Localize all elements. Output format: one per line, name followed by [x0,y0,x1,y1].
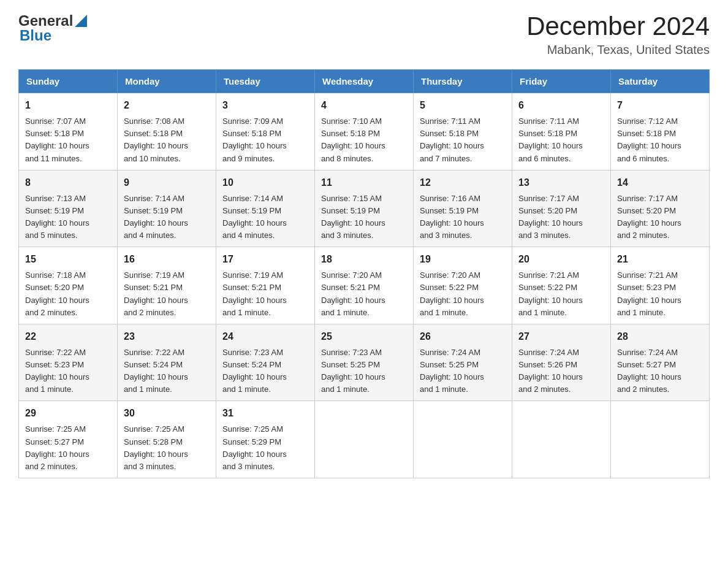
day-info: Sunrise: 7:22 AMSunset: 5:24 PMDaylight:… [124,347,210,396]
day-cell: 12Sunrise: 7:16 AMSunset: 5:19 PMDayligh… [414,170,512,247]
day-info: Sunrise: 7:19 AMSunset: 5:21 PMDaylight:… [222,269,308,319]
day-cell: 1Sunrise: 7:07 AMSunset: 5:18 PMDaylight… [19,93,118,170]
day-number: 27 [518,329,604,344]
day-cell: 24Sunrise: 7:23 AMSunset: 5:24 PMDayligh… [216,324,315,401]
day-number: 17 [222,252,308,267]
day-cell [512,401,611,478]
day-cell: 6Sunrise: 7:11 AMSunset: 5:18 PMDaylight… [512,93,611,170]
day-number: 3 [222,98,308,113]
day-number: 8 [25,175,111,190]
day-cell: 9Sunrise: 7:14 AMSunset: 5:19 PMDaylight… [118,170,216,247]
logo-blue-text: Blue [20,27,51,44]
day-info: Sunrise: 7:11 AMSunset: 5:18 PMDaylight:… [420,115,506,165]
day-number: 22 [25,329,111,344]
day-cell: 26Sunrise: 7:24 AMSunset: 5:25 PMDayligh… [414,324,512,401]
day-info: Sunrise: 7:20 AMSunset: 5:22 PMDaylight:… [420,269,506,319]
day-info: Sunrise: 7:18 AMSunset: 5:20 PMDaylight:… [25,269,111,319]
day-number: 18 [321,252,407,267]
day-info: Sunrise: 7:24 AMSunset: 5:26 PMDaylight:… [518,347,604,396]
day-number: 1 [25,98,111,113]
header-cell-sunday: Sunday [19,70,118,93]
day-number: 4 [321,98,407,113]
day-cell: 21Sunrise: 7:21 AMSunset: 5:23 PMDayligh… [611,247,710,324]
day-cell: 27Sunrise: 7:24 AMSunset: 5:26 PMDayligh… [512,324,611,401]
header-cell-monday: Monday [118,70,216,93]
header-cell-friday: Friday [512,70,611,93]
week-row-4: 22Sunrise: 7:22 AMSunset: 5:23 PMDayligh… [19,324,710,401]
location-text: Mabank, Texas, United States [526,43,710,57]
day-info: Sunrise: 7:17 AMSunset: 5:20 PMDaylight:… [617,193,703,242]
day-number: 20 [518,252,604,267]
day-info: Sunrise: 7:23 AMSunset: 5:25 PMDaylight:… [321,347,407,396]
day-number: 16 [124,252,210,267]
day-info: Sunrise: 7:25 AMSunset: 5:29 PMDaylight:… [222,423,308,473]
day-info: Sunrise: 7:10 AMSunset: 5:18 PMDaylight:… [321,115,407,165]
day-number: 7 [617,98,703,113]
day-info: Sunrise: 7:17 AMSunset: 5:20 PMDaylight:… [518,193,604,242]
day-cell: 17Sunrise: 7:19 AMSunset: 5:21 PMDayligh… [216,247,315,324]
day-cell: 25Sunrise: 7:23 AMSunset: 5:25 PMDayligh… [315,324,414,401]
day-info: Sunrise: 7:09 AMSunset: 5:18 PMDaylight:… [222,115,308,165]
day-cell [315,401,414,478]
day-cell: 3Sunrise: 7:09 AMSunset: 5:18 PMDaylight… [216,93,315,170]
day-info: Sunrise: 7:08 AMSunset: 5:18 PMDaylight:… [124,115,210,165]
day-info: Sunrise: 7:11 AMSunset: 5:18 PMDaylight:… [518,115,604,165]
day-number: 15 [25,252,111,267]
day-number: 30 [124,406,210,421]
day-info: Sunrise: 7:07 AMSunset: 5:18 PMDaylight:… [25,115,111,165]
day-cell: 29Sunrise: 7:25 AMSunset: 5:27 PMDayligh… [19,401,118,478]
calendar-table: SundayMondayTuesdayWednesdayThursdayFrid… [18,69,710,478]
day-cell: 30Sunrise: 7:25 AMSunset: 5:28 PMDayligh… [118,401,216,478]
calendar-header: SundayMondayTuesdayWednesdayThursdayFrid… [19,70,710,93]
day-info: Sunrise: 7:25 AMSunset: 5:27 PMDaylight:… [25,423,111,473]
day-info: Sunrise: 7:15 AMSunset: 5:19 PMDaylight:… [321,193,407,242]
day-number: 13 [518,175,604,190]
week-row-3: 15Sunrise: 7:18 AMSunset: 5:20 PMDayligh… [19,247,710,324]
day-number: 23 [124,329,210,344]
day-info: Sunrise: 7:14 AMSunset: 5:19 PMDaylight:… [124,193,210,242]
week-row-2: 8Sunrise: 7:13 AMSunset: 5:19 PMDaylight… [19,170,710,247]
day-info: Sunrise: 7:13 AMSunset: 5:19 PMDaylight:… [25,193,111,242]
day-cell: 13Sunrise: 7:17 AMSunset: 5:20 PMDayligh… [512,170,611,247]
day-number: 25 [321,329,407,344]
day-cell: 2Sunrise: 7:08 AMSunset: 5:18 PMDaylight… [118,93,216,170]
day-info: Sunrise: 7:14 AMSunset: 5:19 PMDaylight:… [222,193,308,242]
day-cell: 19Sunrise: 7:20 AMSunset: 5:22 PMDayligh… [414,247,512,324]
day-cell: 28Sunrise: 7:24 AMSunset: 5:27 PMDayligh… [611,324,710,401]
day-number: 14 [617,175,703,190]
day-number: 21 [617,252,703,267]
day-number: 5 [420,98,506,113]
day-info: Sunrise: 7:22 AMSunset: 5:23 PMDaylight:… [25,347,111,396]
header-cell-thursday: Thursday [414,70,512,93]
day-number: 28 [617,329,703,344]
day-number: 24 [222,329,308,344]
calendar-body: 1Sunrise: 7:07 AMSunset: 5:18 PMDaylight… [19,93,710,478]
logo: General Blue [18,12,87,44]
day-info: Sunrise: 7:12 AMSunset: 5:18 PMDaylight:… [617,115,703,165]
title-area: December 2024 Mabank, Texas, United Stat… [526,12,710,57]
day-number: 9 [124,175,210,190]
day-cell: 15Sunrise: 7:18 AMSunset: 5:20 PMDayligh… [19,247,118,324]
day-info: Sunrise: 7:21 AMSunset: 5:23 PMDaylight:… [617,269,703,319]
day-info: Sunrise: 7:16 AMSunset: 5:19 PMDaylight:… [420,193,506,242]
day-cell: 31Sunrise: 7:25 AMSunset: 5:29 PMDayligh… [216,401,315,478]
header-cell-wednesday: Wednesday [315,70,414,93]
day-info: Sunrise: 7:19 AMSunset: 5:21 PMDaylight:… [124,269,210,319]
day-cell: 5Sunrise: 7:11 AMSunset: 5:18 PMDaylight… [414,93,512,170]
day-info: Sunrise: 7:24 AMSunset: 5:25 PMDaylight:… [420,347,506,396]
day-cell: 7Sunrise: 7:12 AMSunset: 5:18 PMDaylight… [611,93,710,170]
day-cell: 14Sunrise: 7:17 AMSunset: 5:20 PMDayligh… [611,170,710,247]
page-header: General Blue December 2024 Mabank, Texas… [18,12,710,57]
day-cell: 23Sunrise: 7:22 AMSunset: 5:24 PMDayligh… [118,324,216,401]
day-number: 26 [420,329,506,344]
day-info: Sunrise: 7:23 AMSunset: 5:24 PMDaylight:… [222,347,308,396]
day-cell [611,401,710,478]
day-cell: 22Sunrise: 7:22 AMSunset: 5:23 PMDayligh… [19,324,118,401]
day-number: 11 [321,175,407,190]
day-number: 29 [25,406,111,421]
day-info: Sunrise: 7:25 AMSunset: 5:28 PMDaylight:… [124,423,210,473]
day-info: Sunrise: 7:20 AMSunset: 5:21 PMDaylight:… [321,269,407,319]
day-info: Sunrise: 7:24 AMSunset: 5:27 PMDaylight:… [617,347,703,396]
week-row-1: 1Sunrise: 7:07 AMSunset: 5:18 PMDaylight… [19,93,710,170]
day-cell [414,401,512,478]
